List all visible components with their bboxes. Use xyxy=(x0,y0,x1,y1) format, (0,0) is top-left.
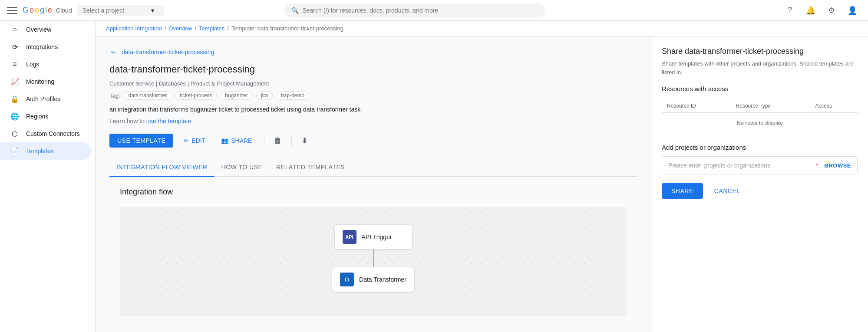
main-content: ← data-transformer-ticket-processing dat… xyxy=(96,36,651,332)
breadcrumb-sep-3: / xyxy=(227,25,229,32)
tag-data-transformer[interactable]: data-transformer xyxy=(124,91,172,100)
col-resource-type: Resource Type xyxy=(731,99,810,113)
layout: ○ Overview ⟳ Integrations ≡ Logs 📈 Monit… xyxy=(0,21,868,332)
sidebar-label-logs: Logs xyxy=(26,61,39,68)
tabs-bar: INTEGRATION FLOW VIEWER HOW TO USE RELAT… xyxy=(109,158,637,177)
tab-how-to-use[interactable]: HOW TO USE xyxy=(215,158,270,177)
flow-title: Integration flow xyxy=(120,187,627,197)
sidebar-item-monitoring[interactable]: 📈 Monitoring xyxy=(0,73,92,90)
breadcrumb-sep-1: / xyxy=(165,25,166,32)
resources-heading: Resources with access xyxy=(662,85,858,92)
delete-button[interactable]: 🗑 xyxy=(271,134,284,148)
edit-button[interactable]: ✏ EDIT xyxy=(178,134,211,148)
tag-jira[interactable]: jira xyxy=(256,91,273,100)
back-button[interactable]: ← data-transformer-ticket-processing xyxy=(109,47,214,57)
breadcrumb-sep-2: / xyxy=(195,25,196,32)
sidebar-item-custom-connectors[interactable]: ⬡ Custom Connectors xyxy=(0,125,92,142)
sidebar-label-auth: Auth Profiles xyxy=(26,95,60,102)
flow-canvas: API API Trigger ⬡ Data Transformer xyxy=(120,207,627,316)
sidebar-item-integrations[interactable]: ⟳ Integrations xyxy=(0,38,92,56)
avatar[interactable]: 👤 xyxy=(844,2,861,19)
learn-text: Learn how to xyxy=(109,118,145,125)
projects-input[interactable] xyxy=(662,157,815,174)
sidebar-item-logs[interactable]: ≡ Logs xyxy=(0,56,92,73)
sidebar-label-custom-connectors: Custom Connectors xyxy=(26,130,80,137)
panel-subtitle: Share templates with other projects and … xyxy=(662,59,858,76)
use-template-link[interactable]: use the template xyxy=(146,118,191,125)
divider-2 xyxy=(291,135,292,147)
divider-1 xyxy=(264,135,264,147)
right-panel: Share data-transformer-ticket-processing… xyxy=(651,36,868,332)
download-button[interactable]: ⬇ xyxy=(299,133,310,148)
tag-bap-demo[interactable]: bap-demo xyxy=(276,91,309,100)
integrations-icon: ⟳ xyxy=(10,43,19,51)
settings-icon[interactable]: ⚙ xyxy=(823,2,840,19)
panel-actions: SHARE CANCEL xyxy=(662,183,858,199)
breadcrumb-application-integration[interactable]: Application Integration xyxy=(106,25,162,32)
tag-label: Tag: xyxy=(109,92,120,99)
table-row-empty: No rows to display xyxy=(662,113,858,134)
share-button[interactable]: 👥 SHARE xyxy=(216,134,257,148)
no-rows-text: No rows to display xyxy=(662,113,858,134)
auth-icon: 🔒 xyxy=(10,95,19,103)
add-heading: Add projects or organizations xyxy=(662,144,858,151)
flow-connector-1 xyxy=(373,250,374,267)
breadcrumb-overview[interactable]: Overview xyxy=(168,25,192,32)
tag-buganizer[interactable]: buganizer xyxy=(220,91,253,100)
flow-node-api-trigger: API API Trigger xyxy=(334,224,413,250)
project-input[interactable] xyxy=(83,7,148,14)
help-icon[interactable]: ? xyxy=(781,2,799,19)
sidebar-item-regions[interactable]: 🌐 Regions xyxy=(0,108,92,125)
action-bar: USE TEMPLATE ✏ EDIT 👥 SHARE 🗑 ⬇ xyxy=(109,133,637,148)
tag-ticket-process[interactable]: ticket-process xyxy=(175,91,217,100)
monitoring-icon: 📈 xyxy=(10,77,19,86)
back-icon: ← xyxy=(109,47,118,57)
access-table: Resource ID Resource Type Access No rows… xyxy=(662,99,858,133)
project-selector[interactable]: ▾ xyxy=(77,5,164,16)
panel-cancel-button[interactable]: CANCEL xyxy=(710,183,745,199)
col-access: Access xyxy=(810,99,858,113)
panel-title: Share data-transformer-ticket-processing xyxy=(662,47,858,56)
notifications-icon[interactable]: 🔔 xyxy=(802,2,819,19)
topbar: Google Cloud ▾ 🔍 ? 🔔 ⚙ 👤 xyxy=(0,0,868,21)
learn-link-row: Learn how to use the template . xyxy=(109,118,637,125)
templates-icon: 📄 xyxy=(10,147,19,155)
search-input[interactable] xyxy=(302,7,538,14)
browse-button[interactable]: BROWSE xyxy=(818,157,858,174)
data-transformer-label: Data Transformer xyxy=(359,276,406,283)
menu-button[interactable] xyxy=(7,5,17,16)
sidebar-label-integrations: Integrations xyxy=(26,43,58,50)
panel-share-button[interactable]: SHARE xyxy=(662,183,703,199)
breadcrumb-templates[interactable]: Templates xyxy=(199,25,224,32)
sidebar-label-regions: Regions xyxy=(26,113,48,120)
template-heading: data-transformer-ticket-processing xyxy=(109,64,637,75)
edit-icon: ✏ xyxy=(184,137,189,144)
logs-icon: ≡ xyxy=(10,60,19,69)
flow-area: Integration flow API API Trigger xyxy=(109,177,637,326)
sidebar-item-templates[interactable]: 📄 Templates xyxy=(0,142,92,160)
search-bar[interactable]: 🔍 xyxy=(284,3,545,17)
projects-input-row: * BROWSE xyxy=(662,156,858,174)
sidebar-label-overview: Overview xyxy=(26,26,51,33)
regions-icon: 🌐 xyxy=(10,112,19,121)
col-resource-id: Resource ID xyxy=(662,99,731,113)
flow-node-data-transformer: ⬡ Data Transformer xyxy=(332,267,415,292)
template-title: data-transformer-ticket-processing xyxy=(122,49,214,56)
topbar-icons: ? 🔔 ⚙ 👤 xyxy=(781,2,861,19)
chevron-down-icon: ▾ xyxy=(151,7,154,14)
api-trigger-label: API Trigger xyxy=(362,233,392,240)
sidebar-item-overview[interactable]: ○ Overview xyxy=(0,21,92,38)
use-template-button[interactable]: USE TEMPLATE xyxy=(109,134,173,148)
tab-integration-flow-viewer[interactable]: INTEGRATION FLOW VIEWER xyxy=(109,158,215,177)
overview-icon: ○ xyxy=(10,25,19,34)
search-icon: 🔍 xyxy=(291,7,299,14)
data-transformer-icon: ⬡ xyxy=(340,273,354,286)
api-trigger-icon: API xyxy=(343,230,356,244)
template-categories: Customer Service | Databases | Product &… xyxy=(109,80,637,87)
custom-connectors-icon: ⬡ xyxy=(10,129,19,138)
sidebar-item-auth-profiles[interactable]: 🔒 Auth Profiles xyxy=(0,90,92,108)
template-description: an integration that transforms buganizer… xyxy=(109,105,637,114)
sidebar-label-monitoring: Monitoring xyxy=(26,78,54,85)
sidebar-label-templates: Templates xyxy=(26,148,54,154)
tab-related-templates[interactable]: RELATED TEMPLATES xyxy=(269,158,352,177)
